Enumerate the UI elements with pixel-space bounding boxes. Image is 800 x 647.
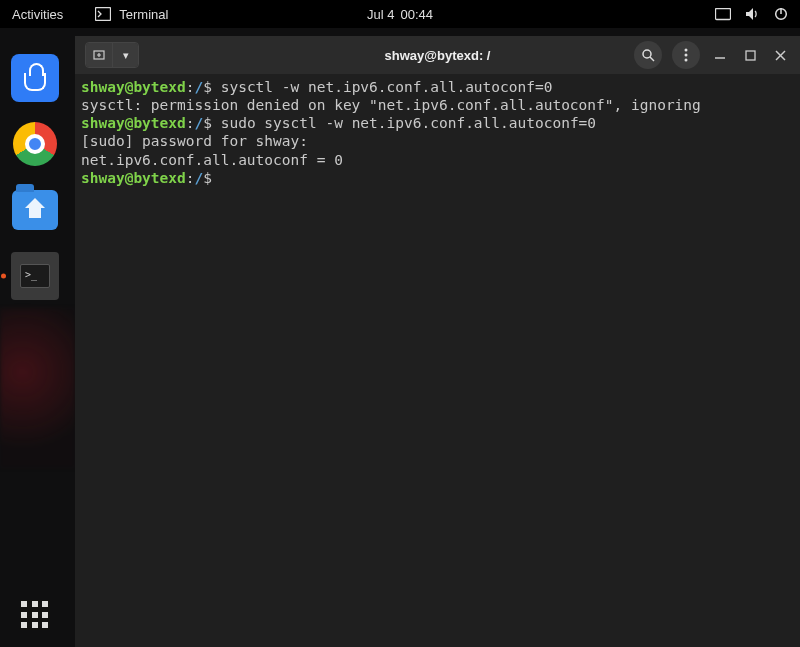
prompt-symbol: $ [203,170,212,186]
minimize-icon [714,49,726,61]
terminal-body[interactable]: shway@bytexd:/$ sysctl -w net.ipv6.conf.… [75,74,800,647]
svg-point-11 [685,59,688,62]
clock-date: Jul 4 [367,7,394,22]
prompt-userhost: shway@bytexd [81,79,186,95]
gnome-topbar: Activities Terminal Jul 4 00:44 [0,0,800,28]
clock-time: 00:44 [400,7,433,22]
desktop: ▾ shway@bytexd: / [0,28,800,647]
folder-icon [12,190,58,230]
svg-point-7 [643,50,651,58]
new-tab-group: ▾ [85,42,139,68]
window-title: shway@bytexd: / [385,48,491,63]
terminal-indicator-icon [95,7,111,21]
svg-rect-0 [96,8,111,21]
dock-item-terminal[interactable] [11,252,59,300]
bag-icon [24,73,46,91]
maximize-icon [745,50,756,61]
menu-button[interactable] [672,41,700,69]
dock-item-files[interactable] [11,186,59,234]
status-area[interactable] [715,7,788,21]
new-tab-dropdown[interactable]: ▾ [112,43,138,67]
prompt-path: / [195,79,204,95]
maximize-button[interactable] [740,45,760,65]
activities-button[interactable]: Activities [12,7,63,22]
command-2: sudo sysctl -w net.ipv6.conf.all.autocon… [212,115,596,131]
output-2: [sudo] password for shway: [81,133,308,149]
app-menu-label: Terminal [119,7,168,22]
prompt-symbol: $ [203,79,212,95]
search-button[interactable] [634,41,662,69]
prompt-symbol: $ [203,115,212,131]
new-tab-icon [92,48,106,62]
svg-point-10 [685,54,688,57]
output-1: sysctl: permission denied on key "net.ip… [81,97,701,113]
chrome-icon [13,122,57,166]
chevron-down-icon: ▾ [123,49,129,62]
svg-rect-13 [746,51,755,60]
terminal-window: ▾ shway@bytexd: / [75,36,800,647]
kebab-icon [684,48,688,62]
search-icon [641,48,655,62]
dock-item-chrome[interactable] [11,120,59,168]
apps-grid-icon [21,601,49,629]
minimize-button[interactable] [710,45,730,65]
output-3: net.ipv6.conf.all.autoconf = 0 [81,152,343,168]
prompt-path: / [195,115,204,131]
dock [0,28,70,647]
command-1: sysctl -w net.ipv6.conf.all.autoconf=0 [212,79,552,95]
prompt-userhost: shway@bytexd [81,115,186,131]
svg-line-8 [650,57,654,61]
prompt-path: / [195,170,204,186]
app-menu[interactable]: Terminal [95,7,168,22]
clock[interactable]: Jul 4 00:44 [367,7,433,22]
svg-point-9 [685,49,688,52]
close-button[interactable] [770,45,790,65]
new-tab-button[interactable] [86,43,112,67]
close-icon [775,50,786,61]
svg-rect-1 [716,8,731,19]
terminal-icon [11,252,59,300]
power-icon [774,7,788,21]
volume-icon [745,7,760,21]
screen-icon [715,8,731,21]
dock-item-software[interactable] [11,54,59,102]
terminal-titlebar[interactable]: ▾ shway@bytexd: / [75,36,800,74]
prompt-userhost: shway@bytexd [81,170,186,186]
show-applications[interactable] [0,601,70,629]
